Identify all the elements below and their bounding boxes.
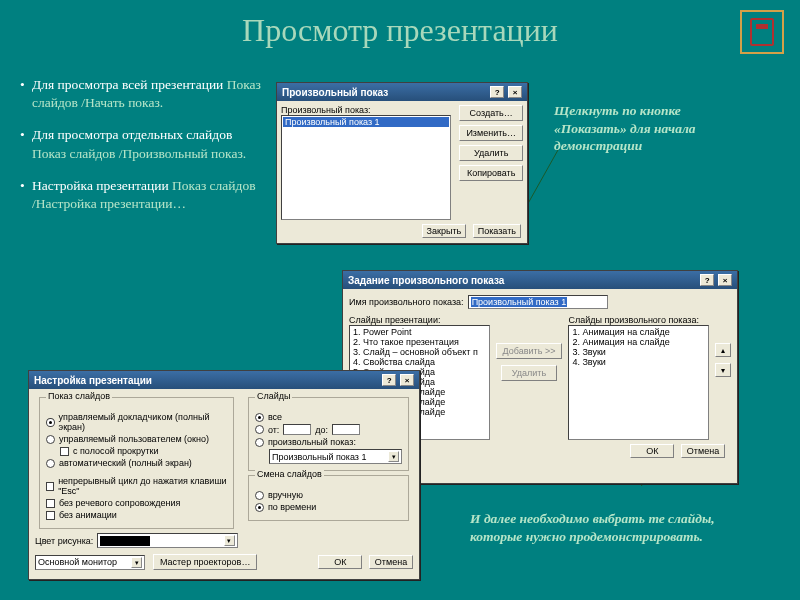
list-item[interactable]: 2. Анимация на слайде	[570, 337, 707, 347]
projector-master-button[interactable]: Мастер проекторов…	[153, 554, 257, 570]
show-type-group: Показ слайдов управляемый докладчиком (п…	[39, 397, 234, 529]
cancel-button[interactable]: Отмена	[369, 555, 413, 569]
radio-user[interactable]: управляемый пользователем (окно)	[46, 434, 227, 444]
list-item[interactable]: 4. Свойства слайда	[351, 357, 488, 367]
list-item[interactable]: 3. Слайд – основной объект п	[351, 347, 488, 357]
dialog-title: Задание произвольного показа	[348, 275, 504, 286]
custom-show-dialog: Произвольный показ ? × Произвольный пока…	[276, 82, 528, 244]
radio-auto[interactable]: автоматический (полный экран)	[46, 458, 227, 468]
list-item[interactable]: 2. Что такое презентация	[351, 337, 488, 347]
ok-button[interactable]: ОК	[630, 444, 674, 458]
caption-select: И далее необходимо выбрать те слайды, ко…	[470, 510, 770, 545]
close-button[interactable]: Закрыть	[422, 224, 467, 238]
close-icon[interactable]: ×	[508, 86, 522, 98]
radio-all[interactable]: все	[255, 412, 402, 422]
caption-show: Щелкнуть по кнопке «Показать» для начала…	[554, 102, 744, 155]
custom-show-list[interactable]: Произвольный показ 1	[281, 115, 451, 220]
name-label: Имя произвольного показа:	[349, 297, 464, 307]
dialog-title: Настройка презентации	[34, 375, 152, 386]
list-label: Произвольный показ:	[281, 105, 455, 115]
target-label: Слайды произвольного показа:	[568, 315, 709, 325]
check-no-anim[interactable]: без анимации	[46, 510, 227, 520]
ok-button[interactable]: ОК	[318, 555, 362, 569]
custom-show-dropdown[interactable]: Произвольный показ 1 ▾	[269, 449, 402, 464]
chevron-down-icon: ▾	[131, 557, 142, 568]
list-item[interactable]: 1. Power Point	[351, 327, 488, 337]
copy-button[interactable]: Копировать	[459, 165, 523, 181]
bullet-list: Для просмотра всей презентации Показ сла…	[22, 76, 262, 227]
radio-custom-show[interactable]: произвольный показ:	[255, 437, 402, 447]
setup-show-dialog: Настройка презентации ? × Показ слайдов …	[28, 370, 420, 580]
list-item[interactable]: 1. Анимация на слайде	[570, 327, 707, 337]
page-title: Просмотр презентации	[0, 0, 800, 49]
move-down-button[interactable]: ▾	[715, 363, 731, 377]
close-icon[interactable]: ×	[718, 274, 732, 286]
presentation-icon	[740, 10, 784, 54]
monitor-dropdown[interactable]: Основной монитор ▾	[35, 555, 145, 570]
radio-presenter[interactable]: управляемый докладчиком (полный экран)	[46, 412, 227, 432]
check-loop[interactable]: непрерывный цикл до нажатия клавиши "Esc…	[46, 476, 227, 496]
help-icon[interactable]: ?	[700, 274, 714, 286]
pen-color-dropdown[interactable]: ▾	[97, 533, 238, 548]
delete-button[interactable]: Удалить	[459, 145, 523, 161]
close-icon[interactable]: ×	[400, 374, 414, 386]
chevron-down-icon: ▾	[388, 451, 399, 462]
check-scrollbar[interactable]: с полосой прокрутки	[60, 446, 227, 456]
check-no-voice[interactable]: без речевого сопровождения	[46, 498, 227, 508]
help-icon[interactable]: ?	[382, 374, 396, 386]
slides-group: Слайды все от:до: произвольный показ: Пр…	[248, 397, 409, 471]
help-icon[interactable]: ?	[490, 86, 504, 98]
bullet-item: Для просмотра отдельных слайдов Показ сл…	[22, 126, 262, 162]
radio-timed[interactable]: по времени	[255, 502, 402, 512]
move-up-button[interactable]: ▴	[715, 343, 731, 357]
radio-manual[interactable]: вручную	[255, 490, 402, 500]
remove-button[interactable]: Удалить	[501, 365, 557, 381]
advance-group: Смена слайдов вручную по времени	[248, 475, 409, 521]
radio-range[interactable]: от:до:	[255, 424, 402, 435]
dialog-title: Произвольный показ	[282, 87, 388, 98]
create-button[interactable]: Создать…	[459, 105, 523, 121]
cancel-button[interactable]: Отмена	[681, 444, 725, 458]
list-item[interactable]: 4. Звуки	[570, 357, 707, 367]
bullet-item: Для просмотра всей презентации Показ сла…	[22, 76, 262, 112]
edit-button[interactable]: Изменить…	[459, 125, 523, 141]
target-slides-list[interactable]: 1. Анимация на слайде2. Анимация на слай…	[568, 325, 709, 440]
source-label: Слайды презентации:	[349, 315, 490, 325]
pen-color-label: Цвет рисунка:	[35, 536, 93, 546]
show-name-input[interactable]: Произвольный показ 1	[468, 295, 608, 309]
add-button[interactable]: Добавить >>	[496, 343, 563, 359]
list-item[interactable]: 3. Звуки	[570, 347, 707, 357]
show-button[interactable]: Показать	[473, 224, 521, 238]
list-item[interactable]: Произвольный показ 1	[283, 117, 449, 127]
bullet-item: Настройка презентации Показ слайдов /Нас…	[22, 177, 262, 213]
chevron-down-icon: ▾	[224, 535, 235, 546]
